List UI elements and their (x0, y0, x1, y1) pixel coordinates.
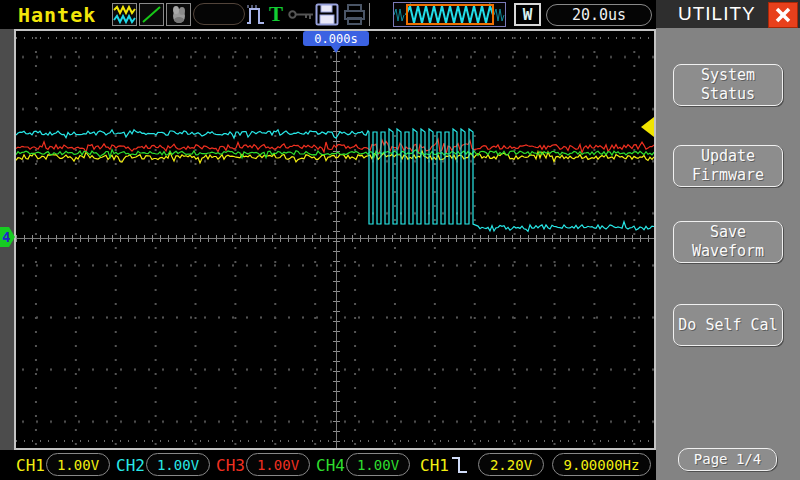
ch4-scale-readout[interactable]: 1.00V (346, 453, 410, 476)
do-self-cal-button[interactable]: Do Self Cal (673, 304, 783, 346)
save-button[interactable] (315, 3, 339, 26)
diagonal-line-icon (140, 4, 163, 25)
floppy-disk-icon (315, 3, 339, 26)
update-firmware-button[interactable]: Update Firmware (673, 145, 783, 187)
ch2-label[interactable]: CH2 (116, 450, 145, 480)
graticule-frame: 0.000s (14, 29, 656, 450)
oscilloscope-screen: Hantek (0, 0, 800, 480)
ch1-label[interactable]: CH1 (16, 450, 45, 480)
dual-wave-icon (113, 4, 136, 25)
trigger-time-marker[interactable]: 0.000s (303, 31, 369, 46)
ch3-scale-readout[interactable]: 1.00V (246, 453, 310, 476)
printer-icon (343, 3, 366, 26)
status-bar: CH1 1.00V CH2 1.00V CH3 1.00V CH4 1.00V … (0, 450, 656, 480)
ch4-position-marker[interactable]: 4 (0, 227, 15, 247)
waveform-traces (16, 31, 654, 448)
pulse-edge-icon (245, 3, 267, 26)
menu-title: UTILITY (678, 3, 756, 25)
graticule: 0.000s (16, 31, 654, 448)
empty-readout-pill (193, 3, 245, 25)
hand-icon (167, 4, 190, 25)
brand-logo: Hantek (18, 3, 96, 27)
channel-waveform-icon[interactable] (112, 3, 137, 26)
display-area: 0.000s 4 (0, 29, 656, 450)
preview-window-box[interactable] (406, 4, 494, 25)
print-button[interactable] (343, 3, 366, 26)
system-status-button[interactable]: System Status (673, 64, 783, 106)
ch1-scale-readout[interactable]: 1.00V (46, 453, 110, 476)
waveform-preview[interactable] (393, 2, 506, 27)
page-button[interactable]: Page 1/4 (678, 448, 777, 471)
menu-panel: UTILITY System Status Update Firmware Sa… (656, 0, 800, 480)
close-button[interactable] (768, 2, 798, 28)
falling-edge-icon (450, 454, 470, 476)
toolbar-separator (369, 3, 370, 26)
trigger-source-label: CH1 (420, 450, 449, 480)
timebase-readout: 20.0us (546, 4, 652, 26)
ch3-label[interactable]: CH3 (216, 450, 245, 480)
time-marker-pointer-icon (331, 46, 341, 53)
close-icon (774, 7, 792, 23)
ch4-label[interactable]: CH4 (316, 450, 345, 480)
trigger-level-readout: 2.20V (478, 453, 544, 476)
lock-key-icon[interactable] (288, 8, 315, 21)
hand-pan-icon[interactable] (166, 3, 191, 26)
toolbar: Hantek (0, 0, 656, 29)
trigger-t-label[interactable]: T (269, 2, 283, 27)
save-waveform-button[interactable]: Save Waveform (673, 221, 783, 263)
trigger-time-label: 0.000s (314, 32, 357, 46)
trigger-frequency-readout: 9.00000Hz (552, 453, 651, 476)
key-icon (288, 8, 315, 21)
window-mode-button[interactable]: W (514, 3, 541, 26)
menu-header: UTILITY (656, 0, 800, 28)
trigger-level-arrow-icon[interactable] (641, 117, 654, 137)
cursor-measure-icon[interactable] (139, 3, 164, 26)
trigger-pulse-icon[interactable] (245, 3, 267, 26)
ch2-scale-readout[interactable]: 1.00V (146, 453, 210, 476)
